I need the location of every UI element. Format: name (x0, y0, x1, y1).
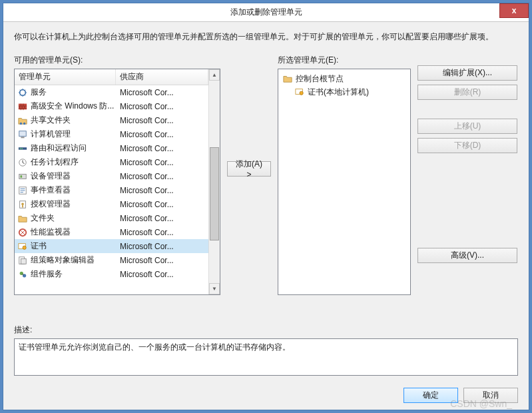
folder-icon (282, 73, 293, 84)
svg-point-2 (20, 122, 23, 125)
columns: 可用的管理单元(S): 管理单元 供应商 服务Microsoft Cor...高… (14, 55, 518, 315)
tasksched-icon (17, 157, 28, 168)
ok-button[interactable]: 确定 (403, 388, 458, 403)
snapin-name: 设备管理器 (31, 171, 120, 182)
snapin-name: 文件夹 (31, 212, 120, 224)
list-rows: 服务Microsoft Cor...高级安全 Windows 防...Micro… (15, 85, 208, 281)
snapin-vendor: Microsoft Cor... (120, 200, 208, 209)
firewall-icon (17, 101, 28, 112)
tree-child[interactable]: 证书(本地计算机) (294, 85, 406, 99)
list-inner: 管理单元 供应商 服务Microsoft Cor...高级安全 Windows … (15, 69, 208, 294)
svg-rect-4 (19, 131, 27, 136)
content-area: 你可以在计算机上为此控制台选择可用的管理单元并配置所选的一组管理单元。对于可扩展… (3, 22, 529, 382)
dialog-window: 添加或删除管理单元 x 你可以在计算机上为此控制台选择可用的管理单元并配置所选的… (3, 3, 529, 410)
svg-point-14 (21, 203, 24, 205)
available-column: 可用的管理单元(S): 管理单元 供应商 服务Microsoft Cor...高… (14, 55, 220, 295)
window-title: 添加或删除管理单元 (3, 7, 529, 18)
list-item[interactable]: 计算机管理Microsoft Cor... (15, 127, 208, 141)
certificate-icon (294, 87, 305, 97)
tree-root[interactable]: 控制台根节点 (282, 72, 406, 85)
eventvwr-icon (17, 185, 28, 196)
snapin-name: 共享文件夹 (31, 115, 120, 126)
selected-column: 所选管理单元(E): 控制台根节点 证书(本地计算机) (278, 55, 411, 295)
remove-button[interactable]: 删除(R) (417, 85, 517, 100)
list-item[interactable]: 组策略对象编辑器Microsoft Cor... (15, 253, 208, 267)
scroll-up-button[interactable]: ▲ (209, 69, 220, 81)
snapin-vendor: Microsoft Cor... (120, 214, 208, 223)
gpedit-icon (17, 255, 28, 266)
snapin-vendor: Microsoft Cor... (120, 228, 208, 237)
list-item[interactable]: 服务Microsoft Cor... (15, 85, 208, 99)
shared-icon (17, 115, 28, 126)
snapin-vendor: Microsoft Cor... (120, 242, 208, 251)
list-item[interactable]: 性能监视器Microsoft Cor... (15, 225, 208, 239)
snapin-name: 事件查看器 (31, 185, 120, 196)
edit-extensions-button[interactable]: 编辑扩展(X)... (417, 65, 517, 81)
scrollbar[interactable]: ▲ ▼ (208, 69, 220, 294)
snapin-name: 任务计划程序 (31, 157, 120, 168)
col-header-name[interactable]: 管理单元 (15, 69, 116, 85)
authmgr-icon (17, 199, 28, 210)
tree-root-label: 控制台根节点 (296, 73, 344, 85)
intro-text: 你可以在计算机上为此控制台选择可用的管理单元并配置所选的一组管理单元。对于可扩展… (14, 31, 518, 43)
list-item[interactable]: 共享文件夹Microsoft Cor... (15, 113, 208, 127)
svg-rect-5 (21, 137, 24, 138)
snapin-vendor: Microsoft Cor... (120, 102, 208, 111)
list-item[interactable]: 路由和远程访问Microsoft Cor... (15, 141, 208, 155)
selected-label: 所选管理单元(E): (278, 55, 411, 66)
svg-rect-10 (19, 174, 27, 179)
description-section: 描述: 证书管理单元允许你浏览自己的、一个服务的或一台计算机的证书存储内容。 (14, 324, 518, 376)
list-item[interactable]: 文件夹Microsoft Cor... (15, 211, 208, 225)
cancel-button[interactable]: 取消 (463, 388, 518, 403)
available-label: 可用的管理单元(S): (14, 55, 220, 66)
move-up-button[interactable]: 上移(U) (417, 119, 517, 134)
description-label: 描述: (14, 324, 518, 336)
snapin-vendor: Microsoft Cor... (120, 116, 208, 125)
folder-icon (17, 213, 28, 224)
scroll-thumb[interactable] (210, 147, 219, 240)
add-button[interactable]: 添加(A) > (227, 161, 271, 177)
list-item[interactable]: 任务计划程序Microsoft Cor... (15, 155, 208, 169)
side-buttons: 编辑扩展(X)... 删除(R) 上移(U) 下移(D) 高级(V)... (417, 55, 517, 263)
snapin-vendor: Microsoft Cor... (120, 130, 208, 139)
svg-point-17 (23, 246, 26, 249)
list-item[interactable]: 证书Microsoft Cor... (15, 239, 208, 253)
snapin-name: 授权管理器 (31, 199, 120, 210)
list-item[interactable]: 组件服务Microsoft Cor... (15, 267, 208, 281)
services-icon (17, 87, 28, 98)
middle-column: 添加(A) > (227, 55, 271, 177)
snapin-vendor: Microsoft Cor... (120, 270, 208, 279)
scroll-down-button[interactable]: ▼ (209, 283, 220, 294)
scroll-track[interactable] (209, 81, 220, 283)
selected-tree[interactable]: 控制台根节点 证书(本地计算机) (278, 69, 411, 295)
svg-point-8 (21, 148, 23, 149)
list-item[interactable]: 高级安全 Windows 防...Microsoft Cor... (15, 99, 208, 113)
snapin-name: 计算机管理 (31, 129, 120, 140)
snapin-vendor: Microsoft Cor... (120, 158, 208, 167)
close-icon: x (512, 6, 517, 15)
list-item[interactable]: 设备管理器Microsoft Cor... (15, 169, 208, 183)
snapin-name: 服务 (31, 87, 120, 98)
col-header-vendor[interactable]: 供应商 (116, 69, 208, 85)
svg-point-23 (300, 91, 303, 95)
svg-rect-11 (21, 175, 23, 178)
close-button[interactable]: x (499, 3, 529, 18)
snapin-name: 性能监视器 (31, 226, 120, 238)
list-item[interactable]: 事件查看器Microsoft Cor... (15, 183, 208, 197)
footer: 确定 取消 (3, 382, 529, 410)
snapin-name: 组件服务 (31, 268, 120, 280)
rras-icon (17, 143, 28, 154)
move-down-button[interactable]: 下移(D) (417, 138, 517, 153)
snapin-name: 证书 (31, 240, 120, 252)
snapin-vendor: Microsoft Cor... (120, 256, 208, 265)
snapin-vendor: Microsoft Cor... (120, 172, 208, 181)
svg-point-3 (23, 122, 26, 125)
available-list[interactable]: 管理单元 供应商 服务Microsoft Cor...高级安全 Windows … (14, 69, 220, 295)
list-item[interactable]: 授权管理器Microsoft Cor... (15, 197, 208, 211)
titlebar: 添加或删除管理单元 x (3, 3, 529, 22)
snapin-name: 组策略对象编辑器 (31, 254, 120, 266)
snapin-name: 高级安全 Windows 防... (31, 101, 120, 112)
compmgmt-icon (17, 129, 28, 140)
svg-rect-19 (21, 258, 26, 264)
advanced-button[interactable]: 高级(V)... (417, 248, 517, 263)
